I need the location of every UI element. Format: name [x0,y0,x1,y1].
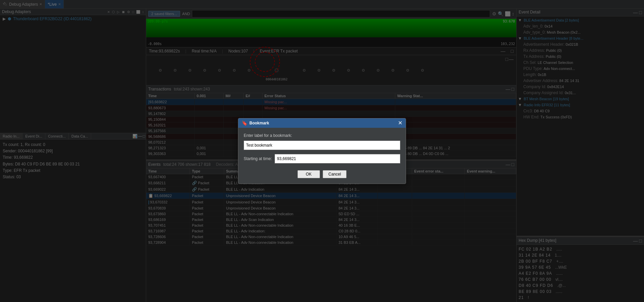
modal-title: Bookmark [249,121,269,125]
bookmark-label-input[interactable] [244,141,400,150]
bookmark-modal: 🔖 Bookmark ✕ Enter label for a bookmark:… [238,118,406,184]
ok-button[interactable]: OK [297,170,320,178]
starting-at-label: Starting at time: [244,156,272,161]
modal-overlay: 🔖 Bookmark ✕ Enter label for a bookmark:… [0,0,644,302]
starting-at-row: Starting at time: 93,669821 [244,154,400,163]
bookmark-icon: 🔖 [242,120,247,126]
modal-buttons: OK Cancel [244,169,400,178]
modal-close-btn[interactable]: ✕ [398,120,402,126]
modal-body: Enter label for a bookmark: Starting at … [238,128,406,184]
starting-at-value: 93,669821 [275,154,400,163]
modal-title-bar: 🔖 Bookmark ✕ [238,118,406,128]
bookmark-prompt-label: Enter label for a bookmark: [244,133,400,138]
cancel-button[interactable]: Cancel [323,170,347,178]
